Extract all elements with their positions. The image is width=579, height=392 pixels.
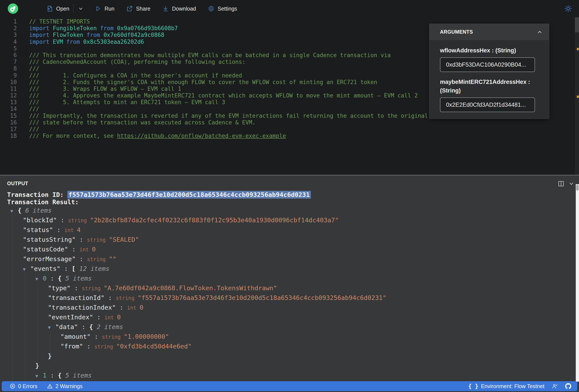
error-icon [9,383,15,389]
warnings-label: 2 Warnings [56,383,83,390]
chevron-up-icon [537,29,543,35]
download-icon [162,5,169,12]
feedback-button[interactable] [552,383,558,389]
warning-icon [47,383,53,389]
download-button[interactable]: Download [162,5,196,12]
editor-scrollbar-thumb[interactable] [575,17,579,32]
json-row: ▼0 : { 5 items [0,274,572,283]
line-number: 9 [0,72,17,79]
json-tree[interactable]: ▼{ 6 items"blockId" : string "2b28cbfb87… [0,206,572,382]
line-number: 8 [0,65,17,72]
line-number: 13 [0,99,17,106]
errors-label: 0 Errors [18,383,37,390]
chevron-down-icon [77,5,84,12]
transaction-id-label: Transaction ID: [7,191,67,198]
json-row: "statusString" : string "SEALED" [0,235,572,244]
json-row: } [0,351,572,361]
theme-toggle-button[interactable] [564,5,572,12]
line-number: 5 [0,45,17,52]
collapse-output-icon[interactable] [568,180,575,187]
sun-icon [564,5,572,12]
open-button[interactable]: Open [46,5,69,12]
output-scrollbar-thumb[interactable] [576,185,579,191]
tree-collapse-triangle[interactable]: ▼ [35,274,43,284]
json-row: "errorMessage" : string "" [0,254,572,264]
json-row: "type" : string "A.7e60df042a9c0868.Flow… [0,283,572,293]
json-row: } [0,361,572,371]
github-button[interactable] [565,383,571,389]
output-panel: OUTPUT Transaction ID: f557a1573b76aa53e… [0,175,579,392]
arguments-header[interactable]: ARGUMENTS [430,24,549,40]
indent-guide [50,331,50,357]
github-icon [565,383,571,389]
settings-button[interactable]: Settings [208,5,237,12]
indent-guide [38,283,38,367]
line-number: 4 [0,39,17,45]
indent-guide [12,215,13,382]
share-label: Share [136,6,150,12]
run-play-icon [95,5,101,12]
arguments-panel: ARGUMENTS wflowAddressHex : (String) may… [429,24,549,119]
warning-marker [577,48,579,50]
json-row: ▼1 : { 5 items [0,371,572,380]
arguments-title: ARGUMENTS [440,29,473,35]
warnings-item[interactable]: 2 Warnings [47,383,83,390]
output-title: OUTPUT [7,181,28,186]
argument-input-wflow[interactable] [440,57,535,72]
run-button[interactable]: Run [95,5,114,12]
environment-item[interactable]: { } Environment: Flow Testnet [468,383,544,390]
line-number: 18 [0,133,17,139]
download-label: Download [172,6,196,12]
transaction-id-line: Transaction ID: f557a1573b76aa53e73d46f3… [7,191,311,198]
arguments-body: wflowAddressHex : (String) maybeMintERC7… [430,40,549,118]
share-icon [126,5,133,12]
json-row: "transactionId" : string "f557a1573b76aa… [0,293,572,303]
open-dropdown-button[interactable] [77,5,84,12]
argument-input-erc721[interactable] [440,98,535,112]
settings-gear-icon [208,5,215,12]
line-number: 10 [0,79,17,86]
tree-collapse-triangle[interactable]: ▼ [35,371,43,381]
share-button[interactable]: Share [126,5,150,12]
top-toolbar: Open Run Share Download Settings [0,0,579,17]
json-row: ▼"data" : { 2 items [0,322,572,332]
json-row: "eventIndex" : int 0 [0,312,572,322]
split-editor-icon[interactable] [557,180,565,187]
transaction-id-value[interactable]: f557a1573b76aa53e73d46f3e10d200d5c18a653… [67,191,311,199]
line-number: 7 [0,59,17,65]
github-link[interactable]: https://github.com/onflow/batched-evm-ex… [117,133,286,139]
errors-item[interactable]: 0 Errors [9,383,37,390]
tree-collapse-triangle[interactable]: ▼ [10,206,18,216]
tree-collapse-triangle[interactable]: ▼ [23,265,30,274]
settings-label: Settings [217,6,237,12]
tree-collapse-triangle[interactable]: ▼ [48,323,55,333]
json-row: "statusCode" : int 0 [0,244,572,254]
argument-label: wflowAddressHex : (String) [440,46,537,55]
transaction-result-label: Transaction Result: [7,198,79,206]
braces-icon: { } [468,383,478,390]
output-scrollbar[interactable] [576,184,579,382]
line-number: 1 [0,18,17,25]
code-line: 18/// For more context, see https://gith… [0,133,579,139]
code-line: 17/// [0,126,579,133]
line-number: 11 [0,86,17,92]
code-line: 16/// state before the transaction was e… [0,119,579,126]
json-row: "amount" : string "1.00000000" [0,332,572,341]
environment-label: Environment: Flow Testnet [481,383,544,390]
json-row: "transactionIndex" : int 0 [0,303,572,312]
json-row: "blockId" : string "2b28cbfb87da2cfec4f0… [0,215,572,225]
json-row: "from" : string "0xfd3b4cd50d44e6ed" [0,341,572,351]
line-number: 16 [0,119,17,126]
json-row: "status" : int 4 [0,225,572,235]
line-number: 17 [0,126,17,133]
warning-marker [577,96,579,98]
editor-scrollbar[interactable] [575,17,579,175]
json-row: ▼"events" : [ 12 items [0,264,572,274]
run-label: Run [104,6,114,12]
flow-logo[interactable] [8,3,18,14]
toolbar-separator [73,4,73,13]
status-bar: 0 Errors 2 Warnings { } Environment: Flo… [2,381,577,391]
line-number: 15 [0,112,17,119]
line-number: 3 [0,32,17,38]
person-check-icon [552,383,558,389]
